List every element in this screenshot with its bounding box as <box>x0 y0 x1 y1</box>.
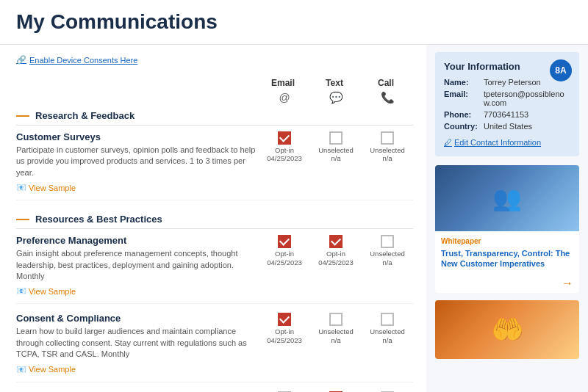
pm-call-checkbox[interactable] <box>381 235 394 248</box>
section-dash-2: — <box>16 212 29 225</box>
section-research: — Research & Feedback Customer Surveys P… <box>16 109 413 200</box>
text-header: Text <box>309 78 360 88</box>
cs-email-label: Opt-in04/25/2023 <box>267 146 302 163</box>
info-row-country: Country: United States <box>444 122 570 131</box>
email-value: tpeterson@possiblenow.com <box>484 90 570 107</box>
avatar: 8A <box>550 59 572 81</box>
cc-email-checkbox[interactable] <box>278 313 291 326</box>
channel-headers: Email Text Call <box>16 78 413 88</box>
promo-image-2: 🤲 <box>435 300 579 359</box>
pm-email-label: Opt-in04/25/2023 <box>267 250 302 266</box>
country-label: Country: <box>444 122 481 131</box>
people-icon: 👥 <box>492 184 522 212</box>
promo-body-1: Whitepaper Trust, Transparency, Control:… <box>435 231 579 275</box>
cs-call-label: Unselectedn/a <box>370 146 405 163</box>
name-value: Torrey Peterson <box>484 78 541 87</box>
phone-value: 7703641153 <box>484 110 528 119</box>
cs-call-cell: Unselectedn/a <box>362 131 413 163</box>
pm-email-checkbox[interactable] <box>278 235 291 248</box>
section-research-header: — Research & Feedback <box>16 109 413 126</box>
section-resources-title: Resources & Best Practices <box>35 214 162 225</box>
cc-call-cell: Unselectedn/a <box>362 313 413 344</box>
promo-card-1: 👥 Whitepaper Trust, Transparency, Contro… <box>435 165 579 293</box>
cs-email-cell: Opt-in04/25/2023 <box>259 131 310 163</box>
cs-call-checkbox[interactable] <box>381 131 394 145</box>
promo-arrow-1[interactable]: → <box>435 275 579 293</box>
item-preference-management-info: Preference Management Gain insight about… <box>16 235 259 296</box>
item-customer-surveys-desc: Participate in customer surveys, opinion… <box>16 145 259 178</box>
edit-contact-link[interactable]: 🖊 Edit Contact Information <box>444 138 541 147</box>
pm-text-checkbox[interactable] <box>329 235 343 248</box>
item-preference-management: Preference Management Gain insight about… <box>16 235 413 304</box>
promo-type-1: Whitepaper <box>441 237 573 245</box>
cc-text-checkbox[interactable] <box>329 313 343 326</box>
promo-card-2: 🤲 <box>435 300 579 359</box>
promo-title-1[interactable]: Trust, Transparency, Control: The New Cu… <box>441 248 573 269</box>
call-header: Call <box>360 78 412 88</box>
cc-text-cell: Unselectedn/a <box>310 313 362 344</box>
item-customer-surveys: Customer Surveys Participate in customer… <box>16 131 413 200</box>
cs-text-label: Unselectedn/a <box>318 146 354 163</box>
item-consent-compliance-name: Consent & Compliance <box>16 313 259 324</box>
name-label: Name: <box>444 78 481 87</box>
promo-image-1: 👥 <box>435 165 579 231</box>
page-title: My Communications <box>16 10 572 34</box>
item-customer-surveys-info: Customer Surveys Participate in customer… <box>16 131 259 192</box>
item-consent-compliance-controls: Opt-in04/25/2023 Unselectedn/a Unselecte… <box>259 313 413 344</box>
item-consent-compliance: Consent & Compliance Learn how to build … <box>16 313 413 382</box>
pm-text-cell: Opt-in04/25/2023 <box>310 235 362 266</box>
email-header: Email <box>257 78 309 88</box>
item-consent-compliance-info: Consent & Compliance Learn how to build … <box>16 313 259 374</box>
info-row-email: Email: tpeterson@possiblenow.com <box>444 90 570 107</box>
page-header: My Communications <box>0 0 588 45</box>
cc-text-label: Unselectedn/a <box>318 327 354 344</box>
edit-icon: 🖊 <box>444 138 452 147</box>
cs-text-cell: Unselectedn/a <box>310 131 362 163</box>
right-panel: Your Information 8A Name: Torrey Peterso… <box>426 45 588 392</box>
view-sample-icon-3: 📧 <box>16 365 26 374</box>
section-research-title: Research & Feedback <box>35 110 135 121</box>
item-preference-management-desc: Gain insight about preference management… <box>16 248 259 282</box>
enable-device-consents-link[interactable]: 🔗 Enable Device Consents Here <box>16 55 137 65</box>
item-preference-management-name: Preference Management <box>16 235 259 246</box>
pm-call-cell: Unselectedn/a <box>362 235 413 266</box>
info-row-phone: Phone: 7703641153 <box>444 110 570 119</box>
country-value: United States <box>484 122 532 131</box>
info-card: Your Information 8A Name: Torrey Peterso… <box>435 52 579 156</box>
item-customer-surveys-view-sample[interactable]: 📧 View Sample <box>16 183 76 192</box>
text-icon: 💬 <box>310 91 362 104</box>
cc-call-label: Unselectedn/a <box>370 327 405 344</box>
info-row-name: Name: Torrey Peterson <box>444 78 570 87</box>
view-sample-icon-2: 📧 <box>16 286 26 296</box>
cs-email-checkbox[interactable] <box>278 131 291 145</box>
item-customer-surveys-controls: Opt-in04/25/2023 Unselectedn/a Unselecte… <box>259 131 413 163</box>
item-customer-surveys-name: Customer Surveys <box>16 131 259 142</box>
email-icon: @ <box>259 91 310 104</box>
pm-email-cell: Opt-in04/25/2023 <box>259 235 310 266</box>
item-preference-management-view-sample[interactable]: 📧 View Sample <box>16 286 76 296</box>
left-panel: 🔗 Enable Device Consents Here Email Text… <box>0 45 426 392</box>
cs-text-checkbox[interactable] <box>329 131 343 145</box>
email-label: Email: <box>444 90 481 107</box>
call-icon: 📞 <box>362 91 413 104</box>
heart-icon: 🤲 <box>491 314 524 345</box>
cc-email-cell: Opt-in04/25/2023 <box>259 313 310 344</box>
cc-email-label: Opt-in04/25/2023 <box>267 327 302 344</box>
link-icon: 🔗 <box>16 55 26 65</box>
item-consent-compliance-desc: Learn how to build larger audiences and … <box>16 326 259 360</box>
item-consent-compliance-view-sample[interactable]: 📧 View Sample <box>16 365 76 374</box>
cc-call-checkbox[interactable] <box>381 313 394 326</box>
section-resources-header: — Resources & Best Practices <box>16 212 413 229</box>
item-preference-management-controls: Opt-in04/25/2023 Opt-in04/25/2023 Unsele… <box>259 235 413 266</box>
phone-label: Phone: <box>444 110 481 119</box>
section-resources: — Resources & Best Practices Preference … <box>16 212 413 392</box>
pm-text-label: Opt-in04/25/2023 <box>318 250 354 266</box>
view-sample-icon: 📧 <box>16 183 26 192</box>
channel-icons-row: @ 💬 📞 <box>16 91 413 104</box>
section-dash: — <box>16 109 29 122</box>
pm-call-label: Unselectedn/a <box>370 250 405 266</box>
